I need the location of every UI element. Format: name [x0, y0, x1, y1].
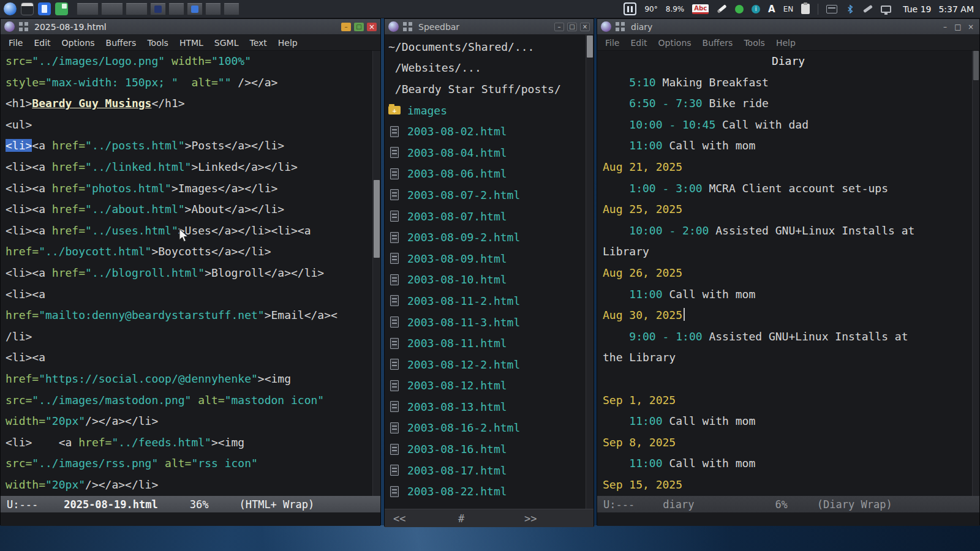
globe-icon[interactable]: i: [752, 5, 760, 13]
diary-echo-area[interactable]: [597, 512, 979, 526]
file-icon[interactable]: [390, 189, 399, 200]
task-button[interactable]: [224, 3, 239, 15]
bluetooth-icon[interactable]: [845, 4, 855, 15]
speedbar-item[interactable]: 2003-08-16.html: [388, 438, 594, 460]
window-menu-icon[interactable]: [403, 22, 412, 31]
cpu-usage-indicator[interactable]: 8.9%: [666, 5, 685, 13]
task-button[interactable]: [150, 3, 166, 15]
menu-options[interactable]: Options: [653, 38, 697, 48]
speedbar-item[interactable]: 2003-08-17.html: [388, 460, 594, 481]
speedbar-scrollbar[interactable]: [586, 35, 594, 509]
notes-launcher-icon[interactable]: [55, 2, 68, 15]
speedbar-item-label[interactable]: /Websites/...: [388, 61, 481, 74]
task-button[interactable]: [205, 3, 221, 15]
file-icon[interactable]: [390, 317, 399, 328]
display-icon[interactable]: [881, 6, 891, 13]
speedbar-item-label[interactable]: /Beardy Star Stuff/posts/: [388, 83, 561, 96]
speedbar-item[interactable]: 2003-08-16-2.html: [388, 418, 594, 439]
speedbar-item-label[interactable]: 2003-08-13.html: [407, 400, 507, 413]
file-icon[interactable]: [390, 338, 399, 349]
minimize-button[interactable]: –: [341, 23, 351, 31]
menu-sgml[interactable]: SGML: [209, 38, 244, 48]
speedbar-item-label[interactable]: 2003-08-12.html: [407, 379, 507, 392]
diary-titlebar[interactable]: diary – □ ×: [597, 19, 979, 35]
speedbar-item-label[interactable]: 2003-08-10.html: [407, 273, 507, 286]
speedbar-item[interactable]: /Beardy Star Stuff/posts/: [388, 78, 594, 100]
file-icon[interactable]: [390, 465, 399, 476]
speedbar-item-label[interactable]: 2003-08-11.html: [407, 337, 507, 350]
editor-text-area[interactable]: src="../images/Logo.png" width="100%"sty…: [1, 51, 380, 496]
maximize-button[interactable]: □: [354, 23, 364, 31]
speedbar-item-label[interactable]: 2003-08-22.html: [407, 485, 507, 498]
speedbar-item-label[interactable]: 2003-08-06.html: [407, 167, 507, 180]
menu-file[interactable]: File: [600, 38, 625, 48]
file-icon[interactable]: [390, 422, 399, 433]
close-button[interactable]: ×: [966, 23, 976, 31]
diary-scrollbar[interactable]: [972, 51, 979, 496]
editor-scrollbar[interactable]: [372, 51, 380, 496]
editor-launcher-icon[interactable]: [38, 2, 51, 15]
speedbar-item[interactable]: 2003-08-13.html: [388, 396, 594, 418]
speedbar-item-label[interactable]: 2003-08-12-2.html: [407, 358, 520, 371]
task-button[interactable]: [168, 3, 184, 15]
file-icon[interactable]: [390, 380, 399, 391]
file-icon[interactable]: [390, 359, 399, 370]
speedbar-item[interactable]: 2003-08-07-2.html: [388, 184, 594, 206]
scrollbar-thumb[interactable]: [587, 36, 593, 58]
editor-titlebar[interactable]: 2025-08-19.html – □ ×: [1, 19, 380, 35]
speedbar-item-label[interactable]: 2003-08-17.html: [407, 464, 507, 477]
speedbar-prev-button[interactable]: <<: [393, 512, 405, 525]
speedbar-item-label[interactable]: 2003-08-16-2.html: [407, 421, 520, 434]
file-icon[interactable]: [390, 253, 399, 264]
keyboard-icon[interactable]: [826, 5, 837, 13]
speedbar-item-label[interactable]: 2003-08-09-2.html: [407, 231, 520, 244]
speedbar-next-button[interactable]: >>: [524, 512, 537, 525]
speedbar-item[interactable]: 2003-08-07.html: [388, 206, 594, 227]
menu-html[interactable]: HTML: [174, 38, 209, 48]
speedbar-item[interactable]: 2003-08-09-2.html: [388, 227, 594, 248]
editor-echo-area[interactable]: [1, 512, 380, 526]
clipboard-icon[interactable]: [801, 4, 810, 14]
speedbar-item[interactable]: 2003-08-12-2.html: [388, 354, 594, 375]
speedbar-item-label[interactable]: 2003-08-11-3.html: [407, 316, 520, 329]
minimize-button[interactable]: –: [940, 23, 950, 31]
file-icon[interactable]: [390, 232, 399, 243]
file-icon[interactable]: [390, 444, 399, 455]
menu-options[interactable]: Options: [56, 38, 100, 48]
task-button[interactable]: [187, 3, 203, 15]
speedbar-item[interactable]: /Websites/...: [388, 58, 594, 79]
theme-icon[interactable]: [863, 5, 873, 13]
pause-icon[interactable]: [624, 2, 636, 15]
browser-launcher-icon[interactable]: [4, 2, 17, 15]
menu-edit[interactable]: Edit: [625, 38, 652, 48]
pencil-icon[interactable]: [717, 4, 726, 13]
speedbar-titlebar[interactable]: Speedbar – □ ×: [385, 19, 594, 35]
file-icon[interactable]: [390, 401, 399, 412]
menu-buffers[interactable]: Buffers: [697, 38, 739, 48]
file-icon[interactable]: [390, 211, 399, 222]
speedbar-item-label[interactable]: 2003-08-09.html: [407, 252, 507, 265]
speedbar-item[interactable]: 2003-08-04.html: [388, 142, 594, 163]
menu-help[interactable]: Help: [771, 38, 801, 48]
speedbar-item[interactable]: 2003-08-22.html: [388, 481, 594, 502]
speedbar-item[interactable]: 2003-08-09.html: [388, 248, 594, 269]
menu-help[interactable]: Help: [273, 38, 303, 48]
speedbar-item[interactable]: 2003-08-11-3.html: [388, 312, 594, 333]
speedbar-item[interactable]: 2003-08-11.html: [388, 332, 594, 354]
task-button[interactable]: [77, 3, 99, 15]
scrollbar-thumb[interactable]: [374, 180, 380, 258]
close-button[interactable]: ×: [367, 23, 377, 31]
speedbar-item[interactable]: 2003-08-12.html: [388, 375, 594, 397]
file-icon[interactable]: [390, 168, 399, 179]
speedbar-item[interactable]: 2003-08-06.html: [388, 163, 594, 185]
window-menu-icon[interactable]: [19, 22, 28, 31]
speedbar-item[interactable]: 2003-08-11-2.html: [388, 290, 594, 312]
keyboard-layout-indicator[interactable]: EN: [783, 5, 794, 13]
font-tool-icon[interactable]: A: [768, 4, 775, 15]
menu-file[interactable]: File: [3, 38, 28, 48]
task-button[interactable]: [101, 3, 123, 15]
speedbar-hash-button[interactable]: #: [458, 512, 464, 525]
file-icon[interactable]: [390, 147, 399, 158]
maximize-button[interactable]: □: [567, 23, 577, 31]
speedbar-item-label[interactable]: 2003-08-11-2.html: [407, 294, 520, 307]
